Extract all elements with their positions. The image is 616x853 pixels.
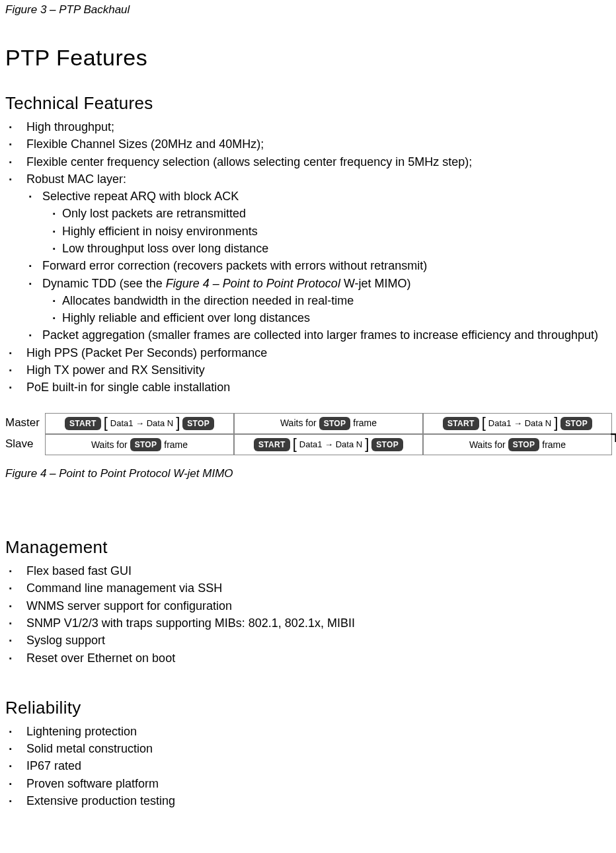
list-item: WNMS server support for configuration	[8, 598, 611, 614]
reliability-heading: Reliability	[5, 696, 611, 720]
bracket-icon: [	[482, 419, 486, 427]
diagram-cell: Waits for STOP frame	[423, 434, 612, 455]
bracket-icon: [	[104, 419, 108, 427]
list-item-label: Dynamic TDD (see the	[42, 277, 166, 290]
figure-reference: Figure 4 – Point to Point Protocol	[166, 277, 340, 290]
figure-4-diagram: Master START [ Data1 → Data N ] STOP Wai…	[5, 413, 611, 472]
list-item: Reset over Ethernet on boot	[8, 650, 611, 666]
figure-3-caption: Figure 3 – PTP Backhaul	[5, 3, 611, 18]
list-item: Proven software platform	[8, 776, 611, 792]
waits-label: frame	[353, 417, 377, 429]
reliability-list: Lightening protection Solid metal constr…	[8, 723, 611, 809]
waits-label: Waits for	[280, 417, 317, 429]
bracket-icon: ]	[176, 419, 180, 427]
diagram-row-label-master: Master	[5, 413, 45, 434]
list-item-label: W-jet MIMO)	[340, 277, 411, 290]
list-item: Extensive production testing	[8, 793, 611, 809]
list-item: Solid metal construction	[8, 741, 611, 757]
list-item: Packet aggregation (smaller frames are c…	[28, 327, 611, 343]
list-item: Lightening protection	[8, 723, 611, 739]
subsub-list: Only lost packets are retransmitted High…	[53, 205, 611, 256]
waits-label: Waits for	[469, 439, 506, 451]
sub-list: Selective repeat ARQ with block ACK Only…	[28, 188, 611, 344]
list-item-label: Selective repeat ARQ with block ACK	[42, 190, 239, 203]
list-item: Allocates bandwidth in the direction nee…	[53, 293, 611, 309]
start-pill: START	[65, 417, 101, 430]
list-item: High throughput;	[8, 119, 611, 135]
bracket-icon: ]	[554, 419, 558, 427]
stop-pill: STOP	[508, 438, 540, 451]
diagram-cell: START [ Data1 → Data N ] STOP	[234, 434, 423, 455]
waits-label: Waits for	[91, 439, 128, 451]
data-sequence-label: Data1 → Data N	[299, 439, 362, 451]
list-item: PoE built-in for single cable installati…	[8, 379, 611, 395]
stop-pill: STOP	[130, 438, 162, 451]
list-item: Flexible center frequency selection (all…	[8, 154, 611, 170]
start-pill: START	[254, 438, 290, 451]
list-item: Command line management via SSH	[8, 580, 611, 596]
list-item: Flexible Channel Sizes (20MHz and 40MHz)…	[8, 136, 611, 152]
list-item: High TX power and RX Sensitivity	[8, 362, 611, 378]
list-item: SNMP V1/2/3 with traps supporting MIBs: …	[8, 615, 611, 631]
start-pill: START	[443, 417, 479, 430]
list-item: Dynamic TDD (see the Figure 4 – Point to…	[28, 276, 611, 326]
list-item: High PPS (Packet Per Seconds) performanc…	[8, 345, 611, 361]
page-title: PTP Features	[5, 43, 611, 73]
list-item: Only lost packets are retransmitted	[53, 205, 611, 221]
subsub-list: Allocates bandwidth in the direction nee…	[53, 293, 611, 326]
list-item: Low throughput loss over long distance	[53, 241, 611, 256]
list-item: Selective repeat ARQ with block ACK Only…	[28, 188, 611, 256]
list-item: IP67 rated	[8, 758, 611, 774]
list-item: Highly efficient in noisy environments	[53, 223, 611, 239]
stop-pill: STOP	[319, 417, 351, 430]
waits-label: frame	[542, 439, 566, 451]
list-item: Highly reliable and efficient over long …	[53, 310, 611, 326]
figure-4-caption: Figure 4 – Point to Point Protocol W-jet…	[5, 466, 611, 482]
management-list: Flex based fast GUI Command line managem…	[8, 563, 611, 666]
technical-features-heading: Technical Features	[5, 92, 611, 115]
list-item: Forward error correction (recovers packe…	[28, 258, 611, 274]
stop-pill: STOP	[560, 417, 592, 430]
diagram-cell: START [ Data1 → Data N ] STOP	[45, 413, 234, 434]
list-item: Flex based fast GUI	[8, 563, 611, 579]
list-item: Robust MAC layer: Selective repeat ARQ w…	[8, 171, 611, 344]
list-item-label: Robust MAC layer:	[26, 172, 126, 186]
waits-label: frame	[164, 439, 188, 451]
data-sequence-label: Data1 → Data N	[488, 418, 551, 429]
diagram-cell: START [ Data1 → Data N ] STOP	[423, 413, 612, 434]
diagram-cell: Waits for STOP frame	[45, 434, 234, 455]
list-item: Syslog support	[8, 632, 611, 648]
time-axis-label: Time	[612, 432, 616, 445]
stop-pill: STOP	[371, 438, 403, 451]
bracket-icon: ]	[365, 440, 369, 448]
management-heading: Management	[5, 536, 611, 559]
stop-pill: STOP	[182, 417, 214, 430]
bracket-icon: [	[293, 440, 297, 448]
diagram-row-label-slave: Slave	[5, 434, 45, 455]
technical-features-list: High throughput; Flexible Channel Sizes …	[8, 119, 611, 396]
data-sequence-label: Data1 → Data N	[110, 418, 173, 429]
diagram-cell: Waits for STOP frame	[234, 413, 423, 434]
